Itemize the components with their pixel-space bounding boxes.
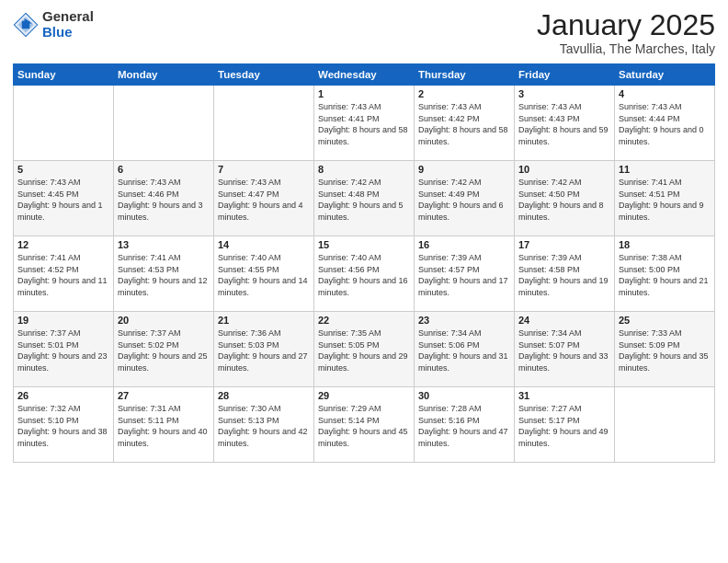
day-number: 2 xyxy=(418,88,510,99)
day-number: 24 xyxy=(518,315,610,326)
calendar-cell: 29Sunrise: 7:29 AM Sunset: 5:14 PM Dayli… xyxy=(314,387,415,463)
day-info: Sunrise: 7:43 AM Sunset: 4:44 PM Dayligh… xyxy=(619,101,711,147)
calendar-subtitle: Tavullia, The Marches, Italy xyxy=(537,41,715,56)
day-info: Sunrise: 7:35 AM Sunset: 5:05 PM Dayligh… xyxy=(318,327,410,373)
weekday-thursday: Thursday xyxy=(415,64,515,86)
weekday-monday: Monday xyxy=(114,64,214,86)
day-number: 31 xyxy=(518,390,610,401)
day-number: 6 xyxy=(118,164,210,175)
day-number: 16 xyxy=(418,239,510,250)
calendar-title: January 2025 xyxy=(537,9,715,41)
weekday-wednesday: Wednesday xyxy=(314,64,415,86)
calendar-cell: 17Sunrise: 7:39 AM Sunset: 4:58 PM Dayli… xyxy=(515,236,615,312)
calendar-cell: 27Sunrise: 7:31 AM Sunset: 5:11 PM Dayli… xyxy=(114,387,214,463)
calendar-week-row: 26Sunrise: 7:32 AM Sunset: 5:10 PM Dayli… xyxy=(14,387,715,463)
day-number: 18 xyxy=(619,239,711,250)
calendar-cell: 2Sunrise: 7:43 AM Sunset: 4:42 PM Daylig… xyxy=(415,86,515,161)
weekday-friday: Friday xyxy=(515,64,615,86)
calendar-cell: 16Sunrise: 7:39 AM Sunset: 4:57 PM Dayli… xyxy=(415,236,515,312)
day-number: 4 xyxy=(619,88,711,99)
day-info: Sunrise: 7:32 AM Sunset: 5:10 PM Dayligh… xyxy=(17,403,109,449)
day-info: Sunrise: 7:42 AM Sunset: 4:50 PM Dayligh… xyxy=(518,177,610,223)
calendar-week-row: 1Sunrise: 7:43 AM Sunset: 4:41 PM Daylig… xyxy=(14,86,715,161)
day-number: 13 xyxy=(118,239,210,250)
day-number: 19 xyxy=(17,315,109,326)
calendar-cell: 10Sunrise: 7:42 AM Sunset: 4:50 PM Dayli… xyxy=(515,161,615,236)
day-info: Sunrise: 7:31 AM Sunset: 5:11 PM Dayligh… xyxy=(118,403,210,449)
calendar-week-row: 19Sunrise: 7:37 AM Sunset: 5:01 PM Dayli… xyxy=(14,312,715,387)
logo: General Blue xyxy=(13,9,94,40)
calendar-cell: 19Sunrise: 7:37 AM Sunset: 5:01 PM Dayli… xyxy=(14,312,114,387)
day-number: 29 xyxy=(318,390,410,401)
day-info: Sunrise: 7:39 AM Sunset: 4:57 PM Dayligh… xyxy=(418,252,510,298)
calendar-table: SundayMondayTuesdayWednesdayThursdayFrid… xyxy=(13,63,715,463)
logo-blue: Blue xyxy=(42,24,73,40)
calendar-cell xyxy=(14,86,114,161)
logo-general: General xyxy=(42,8,94,24)
calendar-cell: 11Sunrise: 7:41 AM Sunset: 4:51 PM Dayli… xyxy=(615,161,715,236)
day-info: Sunrise: 7:39 AM Sunset: 4:58 PM Dayligh… xyxy=(518,252,610,298)
day-number: 23 xyxy=(418,315,510,326)
calendar-cell: 26Sunrise: 7:32 AM Sunset: 5:10 PM Dayli… xyxy=(14,387,114,463)
calendar-week-row: 5Sunrise: 7:43 AM Sunset: 4:45 PM Daylig… xyxy=(14,161,715,236)
calendar-cell: 6Sunrise: 7:43 AM Sunset: 4:46 PM Daylig… xyxy=(114,161,214,236)
calendar-cell: 14Sunrise: 7:40 AM Sunset: 4:55 PM Dayli… xyxy=(214,236,314,312)
weekday-header-row: SundayMondayTuesdayWednesdayThursdayFrid… xyxy=(14,64,715,86)
calendar-cell: 3Sunrise: 7:43 AM Sunset: 4:43 PM Daylig… xyxy=(515,86,615,161)
day-number: 30 xyxy=(418,390,510,401)
day-info: Sunrise: 7:41 AM Sunset: 4:53 PM Dayligh… xyxy=(118,252,210,298)
day-number: 25 xyxy=(619,315,711,326)
calendar-cell: 8Sunrise: 7:42 AM Sunset: 4:48 PM Daylig… xyxy=(314,161,415,236)
day-info: Sunrise: 7:43 AM Sunset: 4:43 PM Dayligh… xyxy=(518,101,610,147)
day-info: Sunrise: 7:41 AM Sunset: 4:52 PM Dayligh… xyxy=(17,252,109,298)
day-number: 28 xyxy=(218,390,310,401)
day-info: Sunrise: 7:37 AM Sunset: 5:01 PM Dayligh… xyxy=(17,327,109,373)
calendar-cell: 25Sunrise: 7:33 AM Sunset: 5:09 PM Dayli… xyxy=(615,312,715,387)
calendar-cell xyxy=(114,86,214,161)
day-number: 20 xyxy=(118,315,210,326)
day-info: Sunrise: 7:43 AM Sunset: 4:41 PM Dayligh… xyxy=(318,101,410,147)
day-info: Sunrise: 7:30 AM Sunset: 5:13 PM Dayligh… xyxy=(218,403,310,449)
day-info: Sunrise: 7:41 AM Sunset: 4:51 PM Dayligh… xyxy=(619,177,711,223)
calendar-cell xyxy=(214,86,314,161)
day-info: Sunrise: 7:40 AM Sunset: 4:56 PM Dayligh… xyxy=(318,252,410,298)
day-info: Sunrise: 7:43 AM Sunset: 4:47 PM Dayligh… xyxy=(218,177,310,223)
calendar-cell: 9Sunrise: 7:42 AM Sunset: 4:49 PM Daylig… xyxy=(415,161,515,236)
weekday-sunday: Sunday xyxy=(14,64,114,86)
day-info: Sunrise: 7:34 AM Sunset: 5:06 PM Dayligh… xyxy=(418,327,510,373)
calendar-cell: 20Sunrise: 7:37 AM Sunset: 5:02 PM Dayli… xyxy=(114,312,214,387)
calendar-cell: 21Sunrise: 7:36 AM Sunset: 5:03 PM Dayli… xyxy=(214,312,314,387)
day-info: Sunrise: 7:37 AM Sunset: 5:02 PM Dayligh… xyxy=(118,327,210,373)
calendar-header: SundayMondayTuesdayWednesdayThursdayFrid… xyxy=(14,64,715,86)
day-info: Sunrise: 7:42 AM Sunset: 4:49 PM Dayligh… xyxy=(418,177,510,223)
day-info: Sunrise: 7:28 AM Sunset: 5:16 PM Dayligh… xyxy=(418,403,510,449)
day-number: 10 xyxy=(518,164,610,175)
logo-icon xyxy=(13,12,39,38)
day-info: Sunrise: 7:43 AM Sunset: 4:45 PM Dayligh… xyxy=(17,177,109,223)
calendar-cell: 18Sunrise: 7:38 AM Sunset: 5:00 PM Dayli… xyxy=(615,236,715,312)
day-number: 8 xyxy=(318,164,410,175)
calendar-cell: 24Sunrise: 7:34 AM Sunset: 5:07 PM Dayli… xyxy=(515,312,615,387)
logo-text: General Blue xyxy=(42,9,94,40)
calendar-cell: 15Sunrise: 7:40 AM Sunset: 4:56 PM Dayli… xyxy=(314,236,415,312)
day-number: 1 xyxy=(318,88,410,99)
day-number: 3 xyxy=(518,88,610,99)
day-number: 9 xyxy=(418,164,510,175)
calendar-cell: 1Sunrise: 7:43 AM Sunset: 4:41 PM Daylig… xyxy=(314,86,415,161)
calendar-cell: 13Sunrise: 7:41 AM Sunset: 4:53 PM Dayli… xyxy=(114,236,214,312)
day-number: 12 xyxy=(17,239,109,250)
calendar-cell: 22Sunrise: 7:35 AM Sunset: 5:05 PM Dayli… xyxy=(314,312,415,387)
day-info: Sunrise: 7:42 AM Sunset: 4:48 PM Dayligh… xyxy=(318,177,410,223)
day-number: 17 xyxy=(518,239,610,250)
calendar-cell: 5Sunrise: 7:43 AM Sunset: 4:45 PM Daylig… xyxy=(14,161,114,236)
title-block: January 2025 Tavullia, The Marches, Ital… xyxy=(537,9,715,56)
day-number: 14 xyxy=(218,239,310,250)
header: General Blue January 2025 Tavullia, The … xyxy=(13,9,715,56)
day-info: Sunrise: 7:27 AM Sunset: 5:17 PM Dayligh… xyxy=(518,403,610,449)
calendar-cell: 7Sunrise: 7:43 AM Sunset: 4:47 PM Daylig… xyxy=(214,161,314,236)
calendar-cell: 28Sunrise: 7:30 AM Sunset: 5:13 PM Dayli… xyxy=(214,387,314,463)
page: General Blue January 2025 Tavullia, The … xyxy=(0,0,728,563)
calendar-cell: 12Sunrise: 7:41 AM Sunset: 4:52 PM Dayli… xyxy=(14,236,114,312)
day-info: Sunrise: 7:38 AM Sunset: 5:00 PM Dayligh… xyxy=(619,252,711,298)
day-info: Sunrise: 7:34 AM Sunset: 5:07 PM Dayligh… xyxy=(518,327,610,373)
